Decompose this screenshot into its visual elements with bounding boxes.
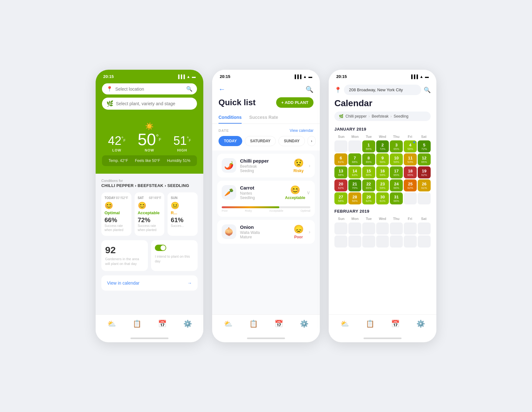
cal-day-22[interactable]: 2265% <box>362 179 375 191</box>
plant-item-chilli[interactable]: 🌶️ Chilli pepper BeefsteakSeeding 😟 Risk… <box>217 154 315 177</box>
day-pill-today[interactable]: TODAY <box>218 136 242 146</box>
status-icons-2: ▐▐▐ ▲ ▬ <box>294 74 312 79</box>
cal-day-13[interactable]: 1368% <box>334 166 347 178</box>
chevron-down-carrot[interactable]: ∨ <box>307 190 310 196</box>
plant-search-box[interactable]: 🌿 <box>102 98 197 110</box>
condition-emoji-sat: 😊 <box>138 202 162 210</box>
nav-list-1[interactable]: 📋 <box>133 320 141 328</box>
breadcrumb-stage: Seedling <box>394 114 408 119</box>
cal-day-12[interactable]: 1265% <box>418 153 431 165</box>
nav-settings-1[interactable]: ⚙️ <box>183 320 192 328</box>
add-plant-button[interactable]: + ADD PLANT <box>276 97 314 108</box>
sun-icon: ☀️ <box>138 122 162 131</box>
cal-day-11[interactable]: 1153% <box>404 153 417 165</box>
nav-list-3[interactable]: 📋 <box>366 320 374 328</box>
cal-day-19[interactable]: 1962% <box>418 166 431 178</box>
cal-day-9[interactable]: 956% <box>376 153 389 165</box>
plant-item-onion[interactable]: 🧅 Onion Walla WallaMature 😞 Poor › <box>217 220 315 244</box>
nav-calendar-1[interactable]: 📅 <box>158 320 167 328</box>
bottom-nav-2: ⛅ 📋 📅 ⚙️ <box>212 314 320 338</box>
cal-day-6[interactable]: 661% <box>334 153 347 165</box>
plant-info-carrot: Carrot NantesSeedling <box>240 185 285 200</box>
intend-toggle[interactable] <box>155 245 166 251</box>
cal-day-3[interactable]: 365% <box>390 140 403 152</box>
cal-day-7[interactable]: 768% <box>348 153 361 165</box>
cal-day-2[interactable]: 272% <box>376 140 389 152</box>
day-pill-sunday[interactable]: SUNDAY <box>278 136 305 146</box>
home-indicator-3 <box>364 338 402 339</box>
view-calendar-btn[interactable]: View in calendar → <box>101 275 198 291</box>
cal-location-box[interactable]: 208 Broadway, New York City <box>344 85 421 95</box>
location-input[interactable] <box>115 87 184 92</box>
nav-weather-3[interactable]: ⛅ <box>340 320 349 328</box>
wifi-icon-1: ▲ <box>187 74 190 79</box>
time-3: 20:15 <box>336 74 347 79</box>
cal-day-4[interactable]: 458% <box>404 140 417 152</box>
condition-emoji-today: 😊 <box>104 202 128 210</box>
cal-day-8[interactable]: 865% <box>362 153 375 165</box>
cal-day-28[interactable]: 2856% <box>348 192 361 204</box>
cal-day-26[interactable]: 2661% <box>418 179 431 191</box>
cal-day-23[interactable]: 2359% <box>376 179 389 191</box>
cal-body: JANUARY 2019 Sun Mon Tue Wed Thu Fri Sat… <box>329 127 436 314</box>
cal-day-15[interactable]: 1560% <box>362 166 375 178</box>
cal-day-17[interactable]: 1765% <box>390 166 403 178</box>
progress-label-risky: Risky <box>245 209 252 212</box>
breadcrumb-plant: Chilli pepper <box>345 114 367 119</box>
february-header: Sun Mon Tue Wed Thu Fri Sat <box>334 216 431 221</box>
status-icons-3: ▐▐▐ ▲ ▬ <box>410 74 429 79</box>
battery-icon-2: ▬ <box>308 74 312 79</box>
cal-day-29[interactable]: 2962% <box>362 192 375 204</box>
nav-list-2[interactable]: 📋 <box>249 320 258 328</box>
cal-search-icon[interactable]: 🔍 <box>424 87 431 93</box>
plant-input[interactable] <box>116 101 193 106</box>
home-indicator-2 <box>247 338 285 339</box>
view-calendar-link[interactable]: View calendar <box>290 128 314 133</box>
cal-day-1[interactable]: 166% <box>362 140 375 152</box>
nav-settings-3[interactable]: ⚙️ <box>416 320 425 328</box>
cal-day-18[interactable]: 1865% <box>404 166 417 178</box>
day-card-today[interactable]: TODAY 65°/52°F 😊 Optimal 66% Success rat… <box>101 192 131 236</box>
cal-day-14[interactable]: 1463% <box>348 166 361 178</box>
condition-emoji-sun: 😐 <box>171 202 194 210</box>
tab-conditions[interactable]: Conditions <box>218 112 242 124</box>
cal-day-10[interactable]: 1059% <box>390 153 403 165</box>
jan-week-1: 166% 272% 365% 458% 572% <box>334 140 431 152</box>
progress-bar-bg-carrot <box>222 206 310 208</box>
cal-day-31[interactable]: 3166% <box>390 192 403 204</box>
day-card-sat[interactable]: SAT 68°/49°F 😊 Acceptable 72% Success ra… <box>135 192 165 236</box>
nav-weather-1[interactable]: ⛅ <box>107 320 116 328</box>
cal-day-empty <box>348 140 361 152</box>
search-icon-2[interactable]: 🔍 <box>306 86 314 93</box>
cal-day-20[interactable]: 2062% <box>334 179 347 191</box>
plant-sub-carrot: NantesSeedling <box>240 191 285 200</box>
cal-day-25[interactable]: 2562% <box>404 179 417 191</box>
quicklist-title: Quick list <box>218 98 256 107</box>
cal-day-30[interactable]: 3061% <box>376 192 389 204</box>
nav-calendar-2[interactable]: 📅 <box>275 320 283 328</box>
gardeners-text: Gardeners in the area will plant on that… <box>105 257 144 267</box>
cal-day-21[interactable]: 2170% <box>348 179 361 191</box>
intend-card[interactable]: I intend to plant on this day <box>151 240 198 271</box>
tab-success-rate[interactable]: Success Rate <box>249 112 278 124</box>
plant-name-chilli: Chilli pepper <box>240 158 290 164</box>
cal-day-5[interactable]: 572% <box>418 140 431 152</box>
location-search-box[interactable]: 📍 🔍 <box>102 83 197 94</box>
nav-calendar-3[interactable]: 📅 <box>391 320 400 328</box>
day-label-sat: SAT <box>138 196 144 200</box>
day-card-sun[interactable]: SUN 😐 R... 61% Succes... <box>168 192 198 236</box>
cal-day-27[interactable]: 2758% <box>334 192 347 204</box>
phone1-body: Conditions for CHILLI PEPPER › BEEFSTEAK… <box>96 174 203 314</box>
nav-weather-2[interactable]: ⛅ <box>224 320 232 328</box>
nav-settings-2[interactable]: ⚙️ <box>300 320 308 328</box>
day-pill-more[interactable]: › <box>307 136 316 146</box>
day-pill-saturday[interactable]: SATURDAY <box>245 136 276 146</box>
title-row: Quick list + ADD PLANT <box>212 97 320 112</box>
cal-day-24[interactable]: 2466% <box>390 179 403 191</box>
cal-day-16[interactable]: 1659% <box>376 166 389 178</box>
back-button[interactable]: ← <box>218 85 225 93</box>
january-header: Sun Mon Tue Wed Thu Fri Sat <box>334 134 431 139</box>
search-icon-1[interactable]: 🔍 <box>186 86 193 92</box>
plant-item-carrot[interactable]: 🥕 Carrot NantesSeedling 😊 Acceptable ∨ <box>217 181 315 217</box>
header-green: 📍 🔍 🌿 <box>96 81 203 116</box>
